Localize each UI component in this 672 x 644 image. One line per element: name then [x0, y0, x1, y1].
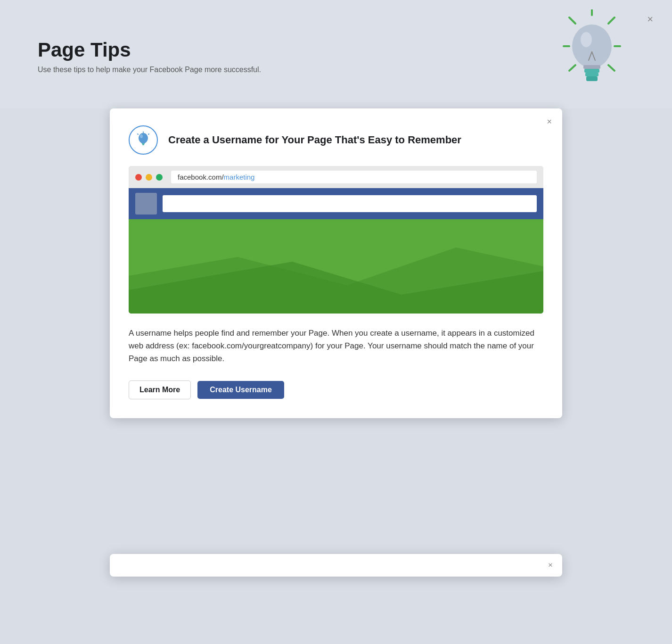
- tip-icon-circle: [129, 125, 158, 155]
- svg-rect-20: [142, 143, 145, 144]
- svg-point-10: [581, 32, 592, 47]
- modal-close-button[interactable]: ×: [547, 117, 552, 127]
- svg-rect-12: [584, 69, 599, 73]
- nav-search-bar: [163, 195, 537, 212]
- svg-rect-14: [586, 76, 598, 81]
- address-highlight: marketing: [224, 173, 255, 181]
- traffic-light-yellow: [146, 174, 152, 181]
- svg-rect-13: [585, 73, 598, 76]
- svg-line-7: [569, 17, 575, 24]
- svg-line-24: [138, 134, 138, 134]
- address-bar: facebook.com/marketing: [171, 171, 537, 183]
- modal-title: Create a Username for Your Page That's E…: [168, 133, 461, 147]
- partial-modal: ×: [110, 554, 562, 577]
- svg-point-18: [140, 134, 143, 138]
- page-tips-subtitle: Use these tips to help make your Faceboo…: [38, 66, 261, 74]
- cover-photo: [129, 219, 543, 314]
- svg-line-23: [148, 134, 149, 134]
- svg-line-8: [569, 65, 575, 71]
- partial-modal-close-button[interactable]: ×: [548, 561, 553, 570]
- learn-more-button[interactable]: Learn More: [129, 380, 191, 399]
- description-text: A username helps people find and remembe…: [129, 327, 543, 365]
- svg-line-3: [608, 17, 615, 24]
- header-close-button[interactable]: ×: [647, 14, 653, 25]
- page-tips-text-block: Page Tips Use these tips to help make yo…: [38, 39, 261, 74]
- traffic-light-red: [135, 174, 142, 181]
- page-tips-title: Page Tips: [38, 39, 261, 61]
- page-tips-header: Page Tips Use these tips to help make yo…: [0, 0, 672, 108]
- svg-rect-19: [141, 142, 145, 143]
- svg-rect-21: [142, 144, 144, 145]
- modal-header: Create a Username for Your Page That's E…: [129, 125, 543, 155]
- svg-point-9: [572, 25, 612, 68]
- svg-point-17: [139, 133, 148, 143]
- traffic-light-green: [156, 174, 163, 181]
- address-text: facebook.com/: [178, 173, 224, 181]
- lightbulb-illustration: [559, 9, 625, 104]
- main-modal: × Create a Username for Your Page That's…: [110, 108, 562, 418]
- svg-line-5: [608, 65, 615, 71]
- create-username-button[interactable]: Create Username: [197, 381, 284, 399]
- browser-nav-bar: [129, 188, 543, 219]
- browser-mockup: facebook.com/marketing: [129, 166, 543, 314]
- nav-avatar: [135, 193, 157, 215]
- svg-rect-11: [583, 65, 600, 69]
- button-row: Learn More Create Username: [129, 380, 543, 399]
- browser-top-bar: facebook.com/marketing: [129, 166, 543, 188]
